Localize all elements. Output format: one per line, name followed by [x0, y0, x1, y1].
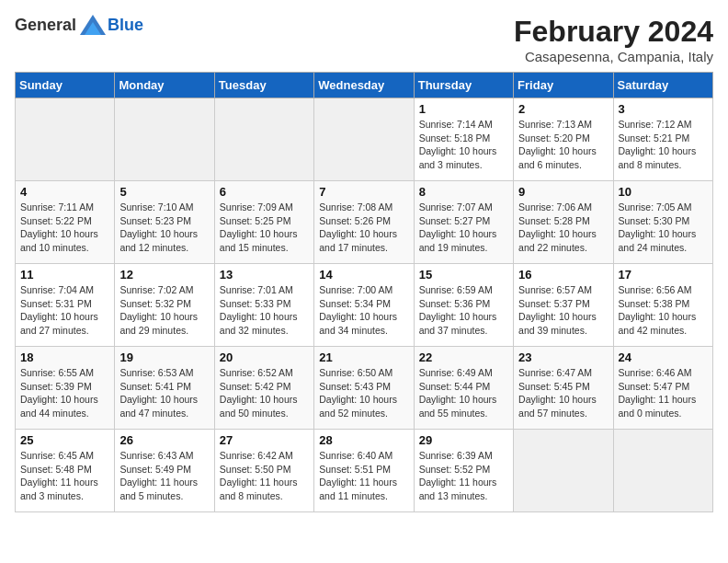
logo-icon: [80, 15, 106, 35]
day-info: Sunrise: 6:45 AM Sunset: 5:48 PM Dayligh…: [20, 449, 109, 503]
weekday-header-wednesday: Wednesday: [314, 73, 414, 98]
day-info: Sunrise: 7:12 AM Sunset: 5:21 PM Dayligh…: [619, 118, 708, 172]
day-number: 16: [518, 268, 608, 282]
day-number: 28: [319, 433, 408, 447]
calendar-cell: 1Sunrise: 7:14 AM Sunset: 5:18 PM Daylig…: [414, 98, 513, 181]
day-number: 3: [619, 102, 708, 116]
day-number: 9: [518, 185, 608, 199]
calendar-cell: [613, 430, 712, 512]
calendar-cell: 16Sunrise: 6:57 AM Sunset: 5:37 PM Dayli…: [514, 264, 613, 347]
day-number: 24: [619, 350, 708, 364]
day-number: 11: [20, 268, 109, 282]
calendar-cell: 20Sunrise: 6:52 AM Sunset: 5:42 PM Dayli…: [214, 347, 313, 430]
calendar-cell: 23Sunrise: 6:47 AM Sunset: 5:45 PM Dayli…: [514, 347, 613, 430]
day-info: Sunrise: 6:42 AM Sunset: 5:50 PM Dayligh…: [220, 449, 309, 503]
calendar-cell: 11Sunrise: 7:04 AM Sunset: 5:31 PM Dayli…: [16, 264, 115, 347]
logo-general: General: [15, 16, 76, 35]
calendar-cell: 10Sunrise: 7:05 AM Sunset: 5:30 PM Dayli…: [613, 181, 712, 264]
day-number: 25: [20, 433, 109, 447]
calendar-cell: 26Sunrise: 6:43 AM Sunset: 5:49 PM Dayli…: [115, 430, 214, 512]
day-info: Sunrise: 6:52 AM Sunset: 5:42 PM Dayligh…: [220, 366, 309, 420]
day-info: Sunrise: 6:40 AM Sunset: 5:51 PM Dayligh…: [319, 449, 408, 503]
day-number: 26: [119, 433, 209, 447]
weekday-header-thursday: Thursday: [414, 73, 513, 98]
day-number: 4: [20, 185, 109, 199]
header: General Blue February 2024 Casapesenna, …: [15, 15, 713, 64]
calendar-cell: 9Sunrise: 7:06 AM Sunset: 5:28 PM Daylig…: [514, 181, 613, 264]
calendar-table: SundayMondayTuesdayWednesdayThursdayFrid…: [15, 72, 713, 512]
day-info: Sunrise: 6:43 AM Sunset: 5:49 PM Dayligh…: [119, 449, 209, 503]
logo-blue: Blue: [108, 16, 143, 35]
title-area: February 2024 Casapesenna, Campania, Ita…: [514, 15, 713, 64]
calendar-cell: [314, 98, 414, 181]
calendar-cell: 4Sunrise: 7:11 AM Sunset: 5:22 PM Daylig…: [16, 181, 115, 264]
day-info: Sunrise: 7:07 AM Sunset: 5:27 PM Dayligh…: [419, 201, 508, 255]
day-info: Sunrise: 7:09 AM Sunset: 5:25 PM Dayligh…: [220, 201, 309, 255]
calendar-cell: 25Sunrise: 6:45 AM Sunset: 5:48 PM Dayli…: [16, 430, 115, 512]
day-number: 5: [119, 185, 209, 199]
weekday-header-row: SundayMondayTuesdayWednesdayThursdayFrid…: [16, 73, 713, 98]
calendar-week-5: 25Sunrise: 6:45 AM Sunset: 5:48 PM Dayli…: [16, 430, 713, 512]
calendar-cell: 24Sunrise: 6:46 AM Sunset: 5:47 PM Dayli…: [613, 347, 712, 430]
main-title: February 2024: [514, 15, 713, 49]
calendar-cell: 12Sunrise: 7:02 AM Sunset: 5:32 PM Dayli…: [115, 264, 214, 347]
calendar-cell: 18Sunrise: 6:55 AM Sunset: 5:39 PM Dayli…: [16, 347, 115, 430]
day-number: 12: [119, 268, 209, 282]
day-number: 21: [319, 350, 408, 364]
day-number: 29: [419, 433, 508, 447]
day-info: Sunrise: 7:00 AM Sunset: 5:34 PM Dayligh…: [319, 283, 408, 338]
calendar-cell: 8Sunrise: 7:07 AM Sunset: 5:27 PM Daylig…: [414, 181, 513, 264]
day-info: Sunrise: 6:59 AM Sunset: 5:36 PM Dayligh…: [419, 283, 508, 338]
day-number: 20: [220, 350, 309, 364]
day-info: Sunrise: 6:49 AM Sunset: 5:44 PM Dayligh…: [419, 366, 508, 420]
calendar-cell: 3Sunrise: 7:12 AM Sunset: 5:21 PM Daylig…: [613, 98, 712, 181]
day-number: 7: [319, 185, 408, 199]
day-info: Sunrise: 7:02 AM Sunset: 5:32 PM Dayligh…: [119, 283, 209, 338]
calendar-cell: [214, 98, 313, 181]
calendar-cell: [115, 98, 214, 181]
day-number: 19: [119, 350, 209, 364]
calendar-cell: 27Sunrise: 6:42 AM Sunset: 5:50 PM Dayli…: [214, 430, 313, 512]
logo: General Blue: [15, 15, 143, 35]
day-info: Sunrise: 7:10 AM Sunset: 5:23 PM Dayligh…: [119, 201, 209, 255]
day-number: 15: [419, 268, 508, 282]
calendar-cell: 13Sunrise: 7:01 AM Sunset: 5:33 PM Dayli…: [214, 264, 313, 347]
day-number: 8: [419, 185, 508, 199]
calendar-cell: 15Sunrise: 6:59 AM Sunset: 5:36 PM Dayli…: [414, 264, 513, 347]
day-info: Sunrise: 7:01 AM Sunset: 5:33 PM Dayligh…: [220, 283, 309, 338]
day-info: Sunrise: 6:47 AM Sunset: 5:45 PM Dayligh…: [518, 366, 608, 420]
day-number: 1: [419, 102, 508, 116]
day-number: 17: [619, 268, 708, 282]
calendar-cell: 17Sunrise: 6:56 AM Sunset: 5:38 PM Dayli…: [613, 264, 712, 347]
calendar-cell: 6Sunrise: 7:09 AM Sunset: 5:25 PM Daylig…: [214, 181, 313, 264]
day-info: Sunrise: 6:57 AM Sunset: 5:37 PM Dayligh…: [518, 283, 608, 338]
day-number: 23: [518, 350, 608, 364]
calendar-week-3: 11Sunrise: 7:04 AM Sunset: 5:31 PM Dayli…: [16, 264, 713, 347]
calendar-cell: 29Sunrise: 6:39 AM Sunset: 5:52 PM Dayli…: [414, 430, 513, 512]
day-number: 18: [20, 350, 109, 364]
day-info: Sunrise: 7:08 AM Sunset: 5:26 PM Dayligh…: [319, 201, 408, 255]
day-info: Sunrise: 7:13 AM Sunset: 5:20 PM Dayligh…: [518, 118, 608, 172]
weekday-header-saturday: Saturday: [613, 73, 712, 98]
weekday-header-tuesday: Tuesday: [214, 73, 313, 98]
calendar-cell: 14Sunrise: 7:00 AM Sunset: 5:34 PM Dayli…: [314, 264, 414, 347]
calendar-cell: [16, 98, 115, 181]
day-number: 22: [419, 350, 508, 364]
day-info: Sunrise: 6:56 AM Sunset: 5:38 PM Dayligh…: [619, 283, 708, 338]
calendar-cell: [514, 430, 613, 512]
calendar-cell: 19Sunrise: 6:53 AM Sunset: 5:41 PM Dayli…: [115, 347, 214, 430]
calendar-cell: 28Sunrise: 6:40 AM Sunset: 5:51 PM Dayli…: [314, 430, 414, 512]
day-number: 6: [220, 185, 309, 199]
day-info: Sunrise: 7:06 AM Sunset: 5:28 PM Dayligh…: [518, 201, 608, 255]
calendar-cell: 7Sunrise: 7:08 AM Sunset: 5:26 PM Daylig…: [314, 181, 414, 264]
day-info: Sunrise: 6:50 AM Sunset: 5:43 PM Dayligh…: [319, 366, 408, 420]
day-number: 10: [619, 185, 708, 199]
day-info: Sunrise: 7:05 AM Sunset: 5:30 PM Dayligh…: [619, 201, 708, 255]
day-info: Sunrise: 7:04 AM Sunset: 5:31 PM Dayligh…: [20, 283, 109, 338]
calendar-week-1: 1Sunrise: 7:14 AM Sunset: 5:18 PM Daylig…: [16, 98, 713, 181]
calendar-cell: 21Sunrise: 6:50 AM Sunset: 5:43 PM Dayli…: [314, 347, 414, 430]
weekday-header-friday: Friday: [514, 73, 613, 98]
calendar-cell: 2Sunrise: 7:13 AM Sunset: 5:20 PM Daylig…: [514, 98, 613, 181]
day-info: Sunrise: 6:53 AM Sunset: 5:41 PM Dayligh…: [119, 366, 209, 420]
day-number: 2: [518, 102, 608, 116]
